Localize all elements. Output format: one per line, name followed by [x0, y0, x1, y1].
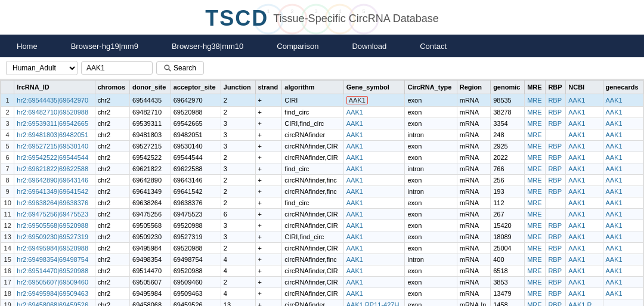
- rbp-link[interactable]: RBP: [548, 222, 562, 229]
- gene-symbol-link[interactable]: AAK1: [346, 109, 363, 116]
- gene-symbol-link[interactable]: AAK1,RP11-427H: [346, 301, 400, 306]
- mre-link[interactable]: MRE: [527, 165, 541, 172]
- circrna-id-link[interactable]: hr2:69495984|69520988: [17, 245, 88, 252]
- gc-link[interactable]: AAK1: [606, 222, 623, 229]
- circrna-id-link[interactable]: hr2:69527215|69530140: [17, 143, 88, 150]
- circrna-id-link[interactable]: hr2:69539311|69542665: [17, 120, 88, 127]
- ncbi-link[interactable]: AAK1: [568, 245, 585, 252]
- ncbi-link[interactable]: AAK1: [568, 199, 585, 206]
- gene-symbol-link[interactable]: AAK1: [346, 222, 363, 229]
- gene-symbol-link[interactable]: AAK1: [346, 279, 363, 286]
- rbp-link[interactable]: RBP: [548, 154, 562, 161]
- circrna-id-link[interactable]: hr2:69642890|69643146: [17, 177, 88, 184]
- ncbi-link[interactable]: AAK1: [568, 233, 585, 240]
- rbp-link[interactable]: RBP: [548, 109, 562, 116]
- gc-link[interactable]: AAK1: [606, 109, 623, 116]
- gene-symbol-link[interactable]: AAK1: [346, 131, 363, 138]
- rbp-link[interactable]: RBP: [548, 233, 562, 240]
- gene-symbol-link[interactable]: AAK1: [346, 120, 363, 127]
- ncbi-link[interactable]: AAK1,R…: [568, 301, 598, 306]
- rbp-link[interactable]: RBP: [548, 290, 562, 297]
- rbp-link[interactable]: RBP: [548, 245, 562, 252]
- gene-symbol-link[interactable]: AAK1: [346, 211, 363, 218]
- gc-link[interactable]: AAK1: [606, 245, 623, 252]
- nav-browser-hg19[interactable]: Browser-hg19|mm9: [54, 35, 155, 57]
- search-input[interactable]: [81, 61, 153, 75]
- mre-link[interactable]: MRE: [527, 211, 541, 218]
- ncbi-link[interactable]: AAK1: [568, 97, 585, 104]
- species-select[interactable]: Human_Adult Human_Fetal Mouse_Adult: [6, 61, 78, 75]
- circrna-id-link[interactable]: hr2:69641349|69641542: [17, 188, 88, 195]
- gene-symbol-link[interactable]: AAK1: [346, 143, 363, 150]
- nav-download[interactable]: Download: [335, 35, 403, 57]
- circrna-id-link[interactable]: hr2:69514470|69520988: [17, 267, 88, 274]
- ncbi-link[interactable]: AAK1: [568, 165, 585, 172]
- circrna-id-link[interactable]: hr2:69458068|69459526: [17, 301, 88, 306]
- rbp-link[interactable]: RBP: [548, 188, 562, 195]
- gene-symbol-link[interactable]: AAK1: [346, 154, 363, 161]
- gc-link[interactable]: AAK1: [606, 211, 623, 218]
- gene-symbol-link[interactable]: AAK1: [346, 199, 363, 206]
- circrna-id-link[interactable]: hr2:69509230|69527319: [17, 233, 88, 240]
- gc-link[interactable]: AAK1: [606, 279, 623, 286]
- gc-link[interactable]: AAK1: [606, 143, 623, 150]
- circrna-id-link[interactable]: hr2:69505607|69509460: [17, 279, 88, 286]
- mre-link[interactable]: MRE: [527, 188, 541, 195]
- rbp-link[interactable]: RBP: [548, 97, 562, 104]
- mre-link[interactable]: MRE: [527, 143, 541, 150]
- ncbi-link[interactable]: AAK1: [568, 279, 585, 286]
- ncbi-link[interactable]: AAK1: [568, 131, 585, 138]
- circrna-id-link[interactable]: hr2:69482710|69520988: [17, 109, 88, 116]
- gc-link[interactable]: AAK1: [606, 267, 623, 274]
- circrna-id-link[interactable]: hr2:69505568|69520988: [17, 222, 88, 229]
- mre-link[interactable]: MRE: [527, 97, 541, 104]
- nav-home[interactable]: Home: [0, 35, 54, 57]
- circrna-id-link[interactable]: hr2:69475256|69475523: [17, 211, 88, 218]
- circrna-id-link[interactable]: hr2:69498354|69498754: [17, 256, 88, 263]
- mre-link[interactable]: MRE: [527, 290, 541, 297]
- circrna-id-link[interactable]: hr2:69542522|69544544: [17, 154, 88, 161]
- rbp-link[interactable]: RBP: [548, 267, 562, 274]
- mre-link[interactable]: MRE: [527, 256, 541, 263]
- ncbi-link[interactable]: AAK1: [568, 177, 585, 184]
- mre-link[interactable]: MRE: [527, 120, 541, 127]
- circrna-id-link[interactable]: hr2:69495984|69509463: [17, 290, 88, 297]
- mre-link[interactable]: MRE: [527, 245, 541, 252]
- gc-link[interactable]: AAK1: [606, 188, 623, 195]
- mre-link[interactable]: MRE: [527, 222, 541, 229]
- rbp-link[interactable]: RBP: [548, 143, 562, 150]
- mre-link[interactable]: MRE: [527, 199, 541, 206]
- rbp-link[interactable]: RBP: [548, 120, 562, 127]
- ncbi-link[interactable]: AAK1: [568, 109, 585, 116]
- circrna-id-link[interactable]: hr2:69621822|69622588: [17, 165, 88, 172]
- gene-symbol-link[interactable]: AAK1: [346, 267, 363, 274]
- ncbi-link[interactable]: AAK1: [568, 188, 585, 195]
- mre-link[interactable]: MRE: [527, 279, 541, 286]
- rbp-link[interactable]: RBP: [548, 279, 562, 286]
- rbp-link[interactable]: RBP: [548, 301, 562, 306]
- gc-link[interactable]: AAK1: [606, 165, 623, 172]
- mre-link[interactable]: MRE: [527, 301, 541, 306]
- gc-link[interactable]: AAK1: [606, 97, 623, 104]
- mre-link[interactable]: MRE: [527, 131, 541, 138]
- circrna-id-link[interactable]: hr2:69481803|69482051: [17, 131, 88, 138]
- gene-symbol-link[interactable]: AAK1: [346, 233, 363, 240]
- mre-link[interactable]: MRE: [527, 109, 541, 116]
- ncbi-link[interactable]: AAK1: [568, 143, 585, 150]
- gene-symbol-link[interactable]: AAK1: [346, 165, 363, 172]
- ncbi-link[interactable]: AAK1: [568, 120, 585, 127]
- gc-link[interactable]: AAK1: [606, 256, 623, 263]
- rbp-link[interactable]: RBP: [548, 177, 562, 184]
- gc-link[interactable]: AAK1: [606, 131, 623, 138]
- gene-symbol-link[interactable]: AAK1: [346, 256, 363, 263]
- gc-link[interactable]: AAK1: [606, 154, 623, 161]
- gene-symbol-link[interactable]: AAK1: [346, 177, 363, 184]
- ncbi-link[interactable]: AAK1: [568, 211, 585, 218]
- rbp-link[interactable]: RBP: [548, 256, 562, 263]
- circrna-id-link[interactable]: hr2:69544435|69642970: [17, 97, 88, 104]
- gene-symbol-link[interactable]: AAK1: [346, 245, 363, 252]
- mre-link[interactable]: MRE: [527, 267, 541, 274]
- ncbi-link[interactable]: AAK1: [568, 154, 585, 161]
- nav-browser-hg38[interactable]: Browser-hg38|mm10: [155, 35, 260, 57]
- mre-link[interactable]: MRE: [527, 154, 541, 161]
